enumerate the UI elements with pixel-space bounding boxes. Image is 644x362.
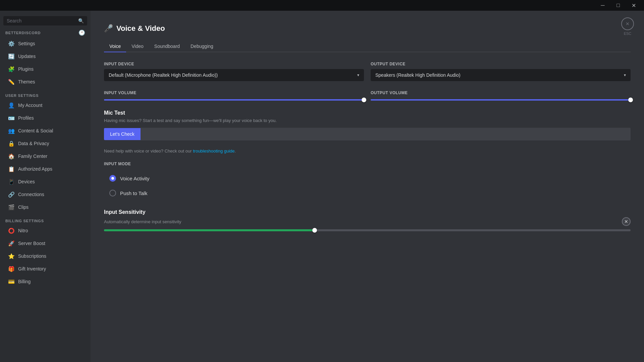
input-volume-track[interactable] xyxy=(104,99,364,101)
sidebar-item-server-boost[interactable]: 🚀 Server Boost xyxy=(3,237,88,249)
sidebar-item-label: Plugins xyxy=(18,66,34,72)
auto-determine-label: Automatically determine input sensitivit… xyxy=(104,219,181,224)
input-volume-thumb[interactable] xyxy=(362,98,366,102)
chevron-down-icon: ▾ xyxy=(357,73,359,77)
history-icon[interactable]: 🕐 xyxy=(78,29,85,36)
search-container: 🔍 xyxy=(0,13,91,29)
output-volume-track[interactable] xyxy=(371,99,631,101)
esc-button[interactable]: ✕ ESC xyxy=(621,17,634,36)
tabs-container: Voice Video Soundboard Debugging xyxy=(104,41,631,52)
push-to-talk-radio[interactable] xyxy=(109,190,116,196)
sidebar-item-label: Nitro xyxy=(18,228,28,233)
radio-dot xyxy=(111,177,114,180)
sidebar-item-label: Family Center xyxy=(18,154,47,159)
sidebar-item-gift-inventory[interactable]: 🎁 Gift Inventory xyxy=(3,263,88,275)
input-sensitivity-section: Input Sensitivity Automatically determin… xyxy=(104,209,631,231)
updates-icon: 🔄 xyxy=(8,53,15,60)
input-volume-col: Input Volume xyxy=(104,90,364,101)
output-volume-label: Output Volume xyxy=(371,90,631,95)
sidebar-item-label: Server Boost xyxy=(18,241,45,246)
mic-test-bar xyxy=(141,128,631,140)
sidebar-item-subscriptions[interactable]: ⭐ Subscriptions xyxy=(3,250,88,262)
voice-activity-radio[interactable] xyxy=(109,175,116,182)
input-volume-label: Input Volume xyxy=(104,90,364,95)
lets-check-button[interactable]: Let's Check xyxy=(104,128,141,140)
sidebar-item-family-center[interactable]: 🏠 Family Center xyxy=(3,150,88,162)
sidebar-item-label: Billing xyxy=(18,279,31,284)
sidebar-item-connections[interactable]: 🔗 Connections xyxy=(3,188,88,200)
sidebar-item-label: Themes xyxy=(18,79,35,84)
data-privacy-icon: 🔒 xyxy=(8,140,15,147)
input-volume-fill xyxy=(104,99,364,101)
content-area: ✕ ESC 🎤 Voice & Video Voice Video Soundb… xyxy=(91,11,644,362)
sidebar-item-label: Settings xyxy=(18,41,35,46)
sensitivity-track[interactable] xyxy=(104,229,631,231)
sidebar-item-plugins[interactable]: 🧩 Plugins xyxy=(3,63,88,75)
microphone-icon: 🎤 xyxy=(104,24,113,33)
voice-activity-option[interactable]: Voice Activity xyxy=(104,172,631,185)
sidebar-item-label: Content & Social xyxy=(18,128,53,133)
auto-determine-row: Automatically determine input sensitivit… xyxy=(104,217,631,226)
page-title-text: Voice & Video xyxy=(116,24,165,33)
sidebar-item-updates[interactable]: 🔄 Updates xyxy=(3,50,88,62)
sidebar-item-label: My Account xyxy=(18,103,42,108)
output-volume-col: Output Volume xyxy=(371,90,631,101)
close-icon: ✕ xyxy=(626,21,630,26)
sidebar-item-settings[interactable]: ⚙️ Settings xyxy=(3,38,88,50)
sidebar-item-billing[interactable]: 💳 Billing xyxy=(3,276,88,288)
sidebar-item-clips[interactable]: 🎬 Clips xyxy=(3,201,88,213)
output-device-select[interactable]: Speakers (Realtek High Definition Audio)… xyxy=(371,69,631,81)
tab-voice[interactable]: Voice xyxy=(104,41,126,52)
my-account-icon: 👤 xyxy=(8,102,15,109)
auto-determine-toggle[interactable]: ✕ xyxy=(622,217,631,226)
troubleshoot-link[interactable]: troubleshooting guide xyxy=(193,148,234,154)
input-device-select[interactable]: Default (Microphone (Realtek High Defini… xyxy=(104,69,364,81)
mic-test-title: Mic Test xyxy=(104,110,631,116)
tab-video[interactable]: Video xyxy=(126,41,149,52)
sensitivity-thumb[interactable] xyxy=(312,228,317,233)
voice-activity-label: Voice Activity xyxy=(120,176,150,181)
sidebar-item-label: Connections xyxy=(18,192,44,197)
sidebar-item-label: Gift Inventory xyxy=(18,266,46,272)
billing-icon: 💳 xyxy=(8,278,15,285)
sidebar-item-data-privacy[interactable]: 🔒 Data & Privacy xyxy=(3,137,88,149)
troubleshoot-text: Need help with voice or video? Check out… xyxy=(104,148,631,154)
settings-icon: ⚙️ xyxy=(8,40,15,47)
maximize-button[interactable]: □ xyxy=(610,0,626,11)
themes-icon: ✏️ xyxy=(8,78,15,85)
output-device-value: Speakers (Realtek High Definition Audio) xyxy=(375,72,624,78)
output-device-label: Output Device xyxy=(371,62,631,66)
betterdiscord-label: BETTERDISCORD xyxy=(5,31,41,35)
input-device-label: Input Device xyxy=(104,62,364,66)
authorized-apps-icon: 📋 xyxy=(8,166,15,172)
tab-soundboard[interactable]: Soundboard xyxy=(149,41,185,52)
minimize-button[interactable]: ─ xyxy=(595,0,610,11)
sidebar-item-nitro[interactable]: ⭕ Nitro xyxy=(3,225,88,237)
sidebar-item-label: Clips xyxy=(18,204,29,210)
output-volume-thumb[interactable] xyxy=(628,98,633,102)
sidebar-item-devices[interactable]: 📱 Devices xyxy=(3,176,88,188)
search-box[interactable]: 🔍 xyxy=(3,16,87,25)
output-volume-fill xyxy=(371,99,631,101)
mic-test-section: Mic Test Having mic issues? Start a test… xyxy=(104,110,631,140)
content-social-icon: 👥 xyxy=(8,127,15,134)
sidebar-item-my-account[interactable]: 👤 My Account xyxy=(3,99,88,111)
page-title: 🎤 Voice & Video xyxy=(104,24,631,33)
sidebar-item-themes[interactable]: ✏️ Themes xyxy=(3,76,88,88)
push-to-talk-option[interactable]: Push to Talk xyxy=(104,186,631,200)
search-input[interactable] xyxy=(7,18,75,23)
sidebar: 🔍 BETTERDISCORD 🕐 ⚙️ Settings 🔄 Updates … xyxy=(0,11,91,362)
titlebar: ─ □ ✕ xyxy=(0,0,644,11)
sidebar-item-content-social[interactable]: 👥 Content & Social xyxy=(3,125,88,137)
close-button[interactable]: ✕ xyxy=(626,0,641,11)
input-mode-label: Input Mode xyxy=(104,162,631,166)
user-settings-label: USER SETTINGS xyxy=(0,88,91,99)
connections-icon: 🔗 xyxy=(8,191,15,198)
app-body: 🔍 BETTERDISCORD 🕐 ⚙️ Settings 🔄 Updates … xyxy=(0,11,644,362)
volume-row: Input Volume Output Volume xyxy=(104,90,631,101)
tab-debugging[interactable]: Debugging xyxy=(185,41,219,52)
sidebar-item-profiles[interactable]: 🪪 Profiles xyxy=(3,112,88,124)
plugins-icon: 🧩 xyxy=(8,66,15,72)
sidebar-item-authorized-apps[interactable]: 📋 Authorized Apps xyxy=(3,163,88,175)
input-device-value: Default (Microphone (Realtek High Defini… xyxy=(109,72,357,78)
